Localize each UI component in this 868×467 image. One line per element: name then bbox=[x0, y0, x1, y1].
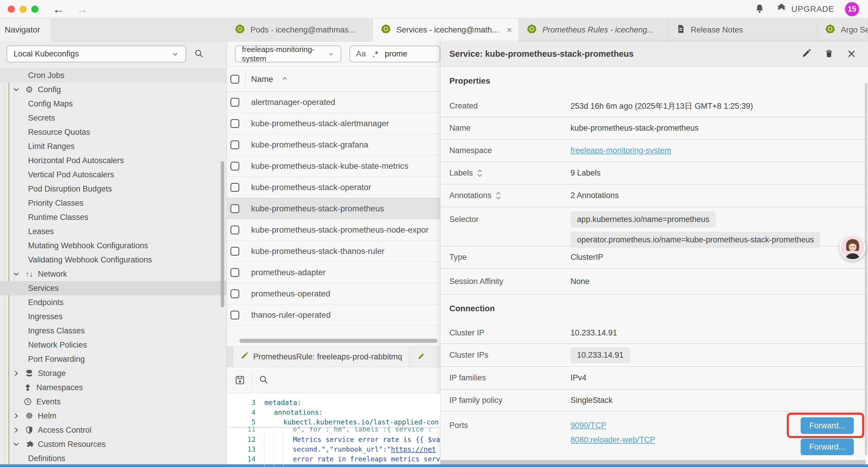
sidebar-item-endpoints[interactable]: Endpoints bbox=[0, 295, 226, 310]
row-checkbox[interactable] bbox=[230, 226, 239, 234]
detail-scrollbar[interactable] bbox=[865, 83, 867, 455]
sidebar-item-definitions[interactable]: Definitions bbox=[0, 451, 226, 466]
editor-tab-prometheusrule[interactable]: PrometheusRule: freeleaps-prod-rabbitmq bbox=[233, 347, 409, 367]
sidebar-item-secrets[interactable]: Secrets bbox=[0, 111, 226, 125]
sidebar-item-services[interactable]: Services bbox=[0, 281, 226, 295]
tab-argo[interactable]: Argo Se bbox=[817, 18, 868, 41]
forward-icon[interactable]: → bbox=[76, 3, 88, 15]
sidebar-item-config-maps[interactable]: Config Maps bbox=[0, 97, 226, 111]
bell-icon[interactable] bbox=[754, 3, 765, 15]
sidebar-item-validating-webhook-configurations[interactable]: Validating Webhook Configurations bbox=[0, 253, 226, 267]
expand-updown-icon[interactable] bbox=[495, 191, 502, 200]
minimize-window-button[interactable] bbox=[20, 6, 27, 13]
tab-pods[interactable]: Pods - icecheng@mathmas... bbox=[227, 18, 373, 41]
row-checkbox[interactable] bbox=[230, 162, 239, 171]
table-row-selected[interactable]: kube-prometheus-stack-prometheus bbox=[227, 198, 440, 219]
table-row[interactable]: thanos-ruler-operated bbox=[227, 304, 440, 326]
sidebar-item-ingress-classes[interactable]: Ingress Classes bbox=[0, 324, 226, 338]
forward-port-button[interactable]: Forward... bbox=[801, 439, 854, 455]
kubeconfig-dropdown[interactable]: Local Kubeconfigs bbox=[6, 46, 186, 62]
table-row[interactable]: alertmanager-operated bbox=[227, 92, 440, 113]
property-label: Session Affinity bbox=[450, 277, 570, 286]
row-checkbox[interactable] bbox=[230, 204, 239, 213]
table-row[interactable]: prometheus-operated bbox=[227, 283, 440, 304]
editor-tab-partial[interactable] bbox=[409, 347, 440, 367]
sidebar-item-priority-classes[interactable]: Priority Classes bbox=[0, 196, 226, 210]
tab-release-notes[interactable]: Release Notes bbox=[668, 18, 817, 41]
save-icon[interactable] bbox=[235, 375, 245, 385]
sidebar-group-storage[interactable]: Storage bbox=[0, 366, 226, 380]
table-row[interactable]: kube-prometheus-stack-thanos-ruler bbox=[227, 241, 440, 262]
detail-horizontal-scrollbar[interactable] bbox=[440, 460, 866, 464]
editor-indent-guide bbox=[265, 431, 265, 467]
namespace-dropdown[interactable]: freeleaps-monitoring-system bbox=[235, 46, 341, 62]
table-row[interactable]: kube-prometheus-stack-alertmanager bbox=[227, 113, 440, 134]
tab-prometheus-rules[interactable]: Prometheus Rules - icecheng... bbox=[519, 18, 668, 41]
sidebar-item-pod-disruption-budgets[interactable]: Pod Disruption Budgets bbox=[0, 182, 226, 196]
sidebar-item-leases[interactable]: Leases bbox=[0, 224, 226, 238]
yaml-editor[interactable]: 3metadata: 4annotations: 5kubectl.kubern… bbox=[227, 393, 440, 467]
row-checkbox[interactable] bbox=[230, 183, 239, 192]
regex-toggle[interactable]: .* bbox=[372, 49, 378, 59]
navigator-panel-tab[interactable]: Navigator bbox=[0, 18, 51, 41]
port-link-9090[interactable]: 9090/TCP bbox=[570, 421, 607, 430]
sidebar-group-network[interactable]: ↑↓ Network bbox=[0, 267, 226, 281]
select-all-checkbox[interactable] bbox=[230, 75, 239, 84]
search-icon[interactable] bbox=[194, 49, 204, 60]
sidebar-item-port-forwarding[interactable]: Port Forwarding bbox=[0, 352, 226, 366]
upgrade-button[interactable]: UPGRADE bbox=[776, 3, 834, 16]
table-row[interactable]: kube-prometheus-stack-operator bbox=[227, 177, 440, 198]
match-case-toggle[interactable]: Aa bbox=[356, 49, 366, 59]
code-link[interactable]: https://net bbox=[391, 445, 436, 453]
sidebar-item-horizontal-pod-autoscalers[interactable]: Horizontal Pod Autoscalers bbox=[0, 153, 226, 168]
upgrade-label: UPGRADE bbox=[792, 4, 834, 14]
expand-updown-icon[interactable] bbox=[476, 169, 483, 178]
editor-search-icon[interactable] bbox=[258, 375, 269, 386]
sidebar-group-access-control[interactable]: Access Control bbox=[0, 423, 226, 437]
close-window-button[interactable] bbox=[8, 6, 15, 13]
table-search-input[interactable]: Aa .* prome bbox=[349, 46, 440, 62]
avatar[interactable] bbox=[840, 234, 866, 260]
sidebar-group-helm[interactable]: ☸ Helm bbox=[0, 409, 226, 423]
table-row[interactable]: kube-prometheus-stack-grafana bbox=[227, 134, 440, 155]
table-row[interactable]: prometheus-adapter bbox=[227, 262, 440, 283]
row-checkbox[interactable] bbox=[230, 268, 239, 277]
sidebar-group-custom-resources[interactable]: Custom Resources bbox=[0, 437, 226, 451]
close-icon[interactable]: ✕ bbox=[847, 49, 856, 60]
namespace-link[interactable]: freeleaps-monitoring-system bbox=[570, 146, 671, 155]
property-label: Ports bbox=[450, 421, 570, 430]
sidebar-item-network-policies[interactable]: Network Policies bbox=[0, 338, 226, 352]
upgrade-chevrons-icon bbox=[776, 3, 787, 16]
table-row[interactable]: kube-prometheus-stack-prometheus-node-ex… bbox=[227, 219, 440, 241]
sidebar-group-config[interactable]: ⚙ Config bbox=[0, 83, 226, 97]
horizontal-scrollbar[interactable] bbox=[239, 339, 437, 343]
name-column-header[interactable]: Name bbox=[251, 75, 273, 84]
sidebar-item-namespaces[interactable]: Namespaces bbox=[0, 380, 226, 395]
row-checkbox[interactable] bbox=[230, 119, 239, 128]
sidebar-item-mutating-webhook-configurations[interactable]: Mutating Webhook Configurations bbox=[0, 238, 226, 253]
table-row[interactable]: kube-prometheus-stack-kube-state-metrics bbox=[227, 155, 440, 177]
sidebar-scrollbar[interactable] bbox=[221, 161, 224, 308]
sidebar-item-cron-jobs[interactable]: Cron Jobs bbox=[0, 68, 226, 83]
row-checkbox[interactable] bbox=[230, 311, 239, 320]
back-icon[interactable]: ← bbox=[53, 3, 64, 15]
sidebar-item-resource-quotas[interactable]: Resource Quotas bbox=[0, 125, 226, 139]
row-checkbox[interactable] bbox=[230, 289, 239, 298]
row-checkbox[interactable] bbox=[230, 247, 239, 256]
port-link-8080[interactable]: 8080:reloader-web/TCP bbox=[570, 435, 655, 444]
tab-services[interactable]: Services - icecheng@math... × bbox=[373, 18, 519, 41]
notification-badge[interactable]: 15 bbox=[845, 2, 859, 16]
trash-icon[interactable] bbox=[824, 49, 834, 60]
sidebar-item-limit-ranges[interactable]: Limit Ranges bbox=[0, 139, 226, 153]
sidebar-item-ingresses[interactable]: Ingresses bbox=[0, 310, 226, 324]
edit-pencil-icon bbox=[240, 352, 248, 362]
row-checkbox[interactable] bbox=[230, 140, 239, 149]
row-checkbox[interactable] bbox=[230, 98, 239, 107]
sidebar-item-runtime-classes[interactable]: Runtime Classes bbox=[0, 210, 226, 224]
sidebar-item-vertical-pod-autoscalers[interactable]: Vertical Pod Autoscalers bbox=[0, 168, 226, 182]
close-tab-icon[interactable]: × bbox=[507, 25, 512, 35]
sidebar-item-events[interactable]: Events bbox=[0, 395, 226, 409]
zoom-window-button[interactable] bbox=[31, 6, 38, 13]
edit-pencil-icon[interactable] bbox=[801, 49, 811, 60]
sort-ascending-icon[interactable] bbox=[281, 75, 289, 84]
